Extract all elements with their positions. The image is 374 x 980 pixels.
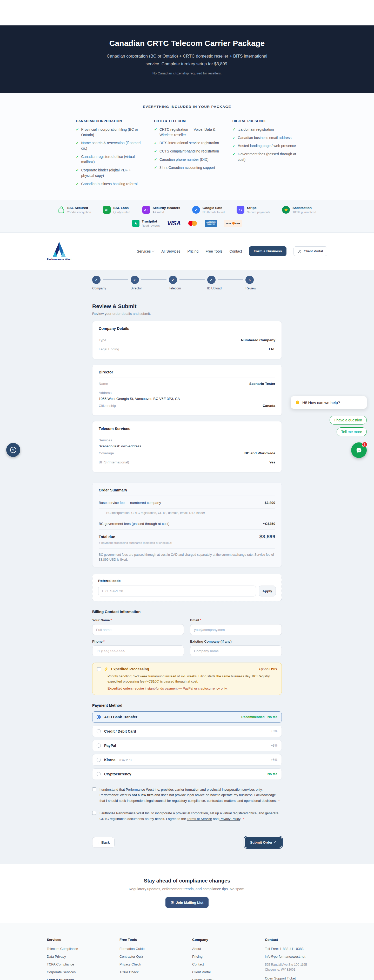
footer-support-ticket-link[interactable]: Open Support Ticket xyxy=(265,976,327,980)
expedited-checkbox[interactable] xyxy=(97,667,101,671)
submit-order-button[interactable]: Submit Order ✓ xyxy=(245,837,282,848)
section-subtitle: Review your order details and submit. xyxy=(92,312,282,316)
privacy-policy-link[interactable]: Privacy Policy xyxy=(219,817,240,821)
detail-row: ServicesScenario test: own-address xyxy=(99,436,275,449)
phone-input[interactable] xyxy=(92,646,184,656)
step-telecom[interactable]: ✓Telecom xyxy=(169,276,177,284)
required-asterisk: * xyxy=(200,618,201,622)
chat-greeting-bubble[interactable]: Hi! How can we help? xyxy=(291,396,367,409)
list-item-label: Canadian business banking referral xyxy=(81,181,137,187)
payment-option-crypto[interactable]: Cryptocurrency No fee xyxy=(92,768,282,780)
footer-link[interactable]: Telecom Compliance xyxy=(47,947,109,951)
row-label: Address xyxy=(99,391,275,395)
payment-option-ach[interactable]: ACH Bank Transfer Recommended - No fee xyxy=(92,711,282,723)
form-a-business-button[interactable]: Form a Business xyxy=(249,247,287,256)
nav-link-free-tools[interactable]: Free Tools xyxy=(205,249,222,253)
chat-unread-badge: 1 xyxy=(362,442,368,447)
name-input[interactable] xyxy=(92,624,184,635)
check-icon: ✓ xyxy=(76,140,79,151)
join-mailing-list-button[interactable]: ✉Join Mailing List xyxy=(165,897,209,908)
row-label: Base service fee — numbered company xyxy=(99,501,161,505)
badge-subtitle: Secure payments xyxy=(247,211,270,214)
agreement-checkbox[interactable] xyxy=(92,788,96,791)
row-value: $3,899 xyxy=(265,501,275,505)
footer-email[interactable]: info@performancewest.net xyxy=(265,955,327,958)
footer-link[interactable]: Privacy Check xyxy=(120,963,182,966)
question-circle-icon: ? xyxy=(10,447,16,453)
client-portal-button[interactable]: Client Portal xyxy=(294,247,327,256)
check-icon: ✓ xyxy=(232,135,236,141)
payment-option-card[interactable]: Credit / Debit Card +3% xyxy=(92,725,282,737)
footer-link[interactable]: TCPA Check xyxy=(120,970,182,974)
expedited-title: Expedited Processing xyxy=(111,667,149,671)
referral-code-input[interactable] xyxy=(98,585,256,597)
required-asterisk: * xyxy=(111,618,112,622)
check-icon: ✓ xyxy=(76,154,79,165)
performance-west-logo-icon xyxy=(51,242,68,257)
nav-link-contact[interactable]: Contact xyxy=(229,249,242,253)
email-input[interactable] xyxy=(190,624,282,635)
detail-row: TypeNumbered Company xyxy=(99,336,275,345)
step-check-icon: ✓ xyxy=(131,276,139,284)
list-item: ✓Provincial incorporation filing (BC or … xyxy=(76,127,142,138)
chat-fab-button[interactable]: 1 xyxy=(351,442,367,458)
footer-link[interactable]: Formation Guide xyxy=(120,947,182,951)
footer-link[interactable]: About xyxy=(192,947,254,951)
footer-link[interactable]: Pricing xyxy=(192,955,254,958)
chat-quick-reply-question[interactable]: I have a question xyxy=(329,416,367,425)
agreement-checkbox[interactable] xyxy=(92,811,96,815)
chat-quick-reply-more[interactable]: Tell me more xyxy=(337,427,367,436)
row-value: Ltd. xyxy=(269,347,275,351)
terms-of-service-link[interactable]: Terms of Service xyxy=(187,817,212,821)
radio-unselected[interactable] xyxy=(97,758,101,762)
visa-logo: VISA xyxy=(167,220,181,227)
payment-option-klarna[interactable]: Klarna (Pay in 4) +6% xyxy=(92,754,282,765)
step-review[interactable]: 5Review xyxy=(245,276,254,284)
footer-link[interactable]: Contractor Quiz xyxy=(120,955,182,958)
row-label: Type xyxy=(99,338,106,342)
badge-title: Stripe xyxy=(247,206,270,210)
radio-unselected[interactable] xyxy=(97,743,101,748)
footer-link[interactable]: Data Privacy xyxy=(47,955,109,958)
list-item-label: Corporate binder (digital PDF + physical… xyxy=(81,168,142,178)
payment-option-paypal[interactable]: PayPal +3% xyxy=(92,740,282,751)
payment-option-label: ACH Bank Transfer xyxy=(104,715,137,719)
badge-subtitle: 256-bit encryption xyxy=(67,211,91,214)
company-name-input[interactable] xyxy=(190,646,282,656)
brand-logo[interactable]: Performance West xyxy=(47,242,72,261)
help-fab-button[interactable]: ? xyxy=(6,443,20,457)
back-button[interactable]: ← Back xyxy=(92,837,115,848)
step-director[interactable]: ✓Director xyxy=(131,276,139,284)
radio-selected[interactable] xyxy=(97,715,101,719)
existing-company-field-group: Existing Company (if any) xyxy=(190,640,282,656)
row-value: Canada xyxy=(262,404,275,408)
footer-link[interactable]: Privacy Policy xyxy=(192,978,254,980)
footer-link[interactable]: TCPA Compliance xyxy=(47,963,109,966)
company-details-card: Company Details TypeNumbered Company Leg… xyxy=(92,321,282,359)
step-company[interactable]: ✓Company xyxy=(92,276,101,284)
order-summary-card: Order Summary Base service fee — numbere… xyxy=(92,483,282,567)
footer-link[interactable]: Client Portal xyxy=(192,970,254,974)
nav-link-pricing[interactable]: Pricing xyxy=(187,249,199,253)
required-asterisk: * xyxy=(278,799,280,803)
footer-phone[interactable]: Toll Free: 1-888-411-0383 xyxy=(265,947,327,951)
telecom-services-card: Telecom Services ServicesScenario test: … xyxy=(92,421,282,472)
radio-unselected[interactable] xyxy=(97,729,101,733)
badge-security-headers: A+ Security HeadersA+ rated xyxy=(142,206,180,214)
row-label: Services xyxy=(99,438,275,442)
agreement-not-law-firm: I understand that Performance West Inc. … xyxy=(92,787,282,803)
progress-stepper: ✓Company ✓Director ✓Telecom ✓ID Upload 5… xyxy=(92,276,254,293)
radio-unselected[interactable] xyxy=(97,772,101,776)
nav-link-all-services[interactable]: All Services xyxy=(161,249,180,253)
nav-link-services[interactable]: Services xyxy=(137,249,155,253)
step-id-upload[interactable]: ✓ID Upload xyxy=(207,276,216,284)
apply-button[interactable]: Apply xyxy=(259,585,276,597)
star-circle-icon: ★ xyxy=(282,206,290,214)
trustpilot-badge[interactable]: ★ TrustpilotRead reviews xyxy=(132,220,160,227)
footer-link[interactable]: Corporate Services xyxy=(47,970,109,974)
footer-link-form-a-business[interactable]: Form a Business xyxy=(47,978,109,980)
badge-satisfaction: ★ Satisfaction100% guaranteed xyxy=(282,206,316,214)
summary-row: BC government fees (passed through at co… xyxy=(99,518,275,530)
footer-column-title: Free Tools xyxy=(120,938,182,942)
footer-link[interactable]: Contact xyxy=(192,963,254,966)
